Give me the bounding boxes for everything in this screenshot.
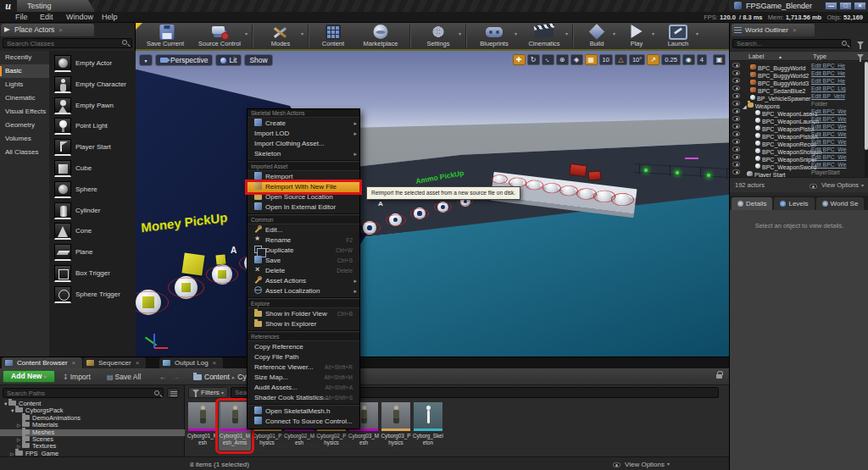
- outliner-row[interactable]: BPC_WeaponShotgunEdit BPC_We: [730, 146, 864, 153]
- money-pickup-sphere[interactable]: [212, 264, 232, 285]
- source-control-button[interactable]: ▾Source Control: [190, 24, 249, 48]
- menu-item-connect-to-source-control[interactable]: Connect To Source Control...: [248, 417, 359, 427]
- column-type[interactable]: Type: [813, 52, 826, 62]
- outliner-row[interactable]: BP_VehicleSpawnerEdit BP_Vehi: [730, 92, 864, 100]
- placeable-cube[interactable]: Cube: [49, 160, 136, 180]
- pickup-sphere[interactable]: [495, 174, 505, 185]
- placeable-sphere-trigger[interactable]: Sphere Trigger: [49, 286, 136, 307]
- placeable-plane[interactable]: Plane: [49, 244, 136, 264]
- menu-item-asset-localization[interactable]: Asset Localization▸: [248, 286, 359, 296]
- rotate-tool-button[interactable]: ↻: [527, 54, 540, 65]
- visibility-eye-icon[interactable]: [732, 86, 740, 91]
- build-button[interactable]: ▾Build: [576, 24, 617, 48]
- visibility-eye-icon[interactable]: [732, 63, 740, 68]
- level-viewport[interactable]: Money PickUp Ammo PickUp A A A ▾ Perspec…: [136, 49, 729, 357]
- category-recently-placed[interactable]: Recently Placed: [0, 51, 49, 64]
- pickup-sphere[interactable]: [563, 185, 575, 196]
- visibility-eye-icon[interactable]: [732, 131, 740, 136]
- camera-speed-value[interactable]: 4: [697, 54, 707, 65]
- placeable-empty-character[interactable]: Empty Character: [49, 76, 136, 97]
- menu-item-save[interactable]: SaveCtrl+S: [248, 256, 359, 266]
- outliner-row-folder[interactable]: ◢WeaponsFolder: [730, 100, 864, 108]
- category-cinematic[interactable]: Cinematic: [0, 91, 49, 105]
- maximize-viewport-button[interactable]: ▣: [713, 54, 726, 65]
- back-button[interactable]: ←: [159, 371, 167, 383]
- asset-tile[interactable]: Cyborg03_Physics: [380, 401, 412, 451]
- search-paths-input[interactable]: [3, 388, 164, 398]
- play-button[interactable]: ▾Play: [617, 24, 656, 48]
- outliner-scrollbar[interactable]: [865, 62, 868, 177]
- menu-file[interactable]: File: [15, 12, 28, 23]
- placeable-cone[interactable]: Cone: [49, 223, 136, 243]
- tab-close-icon[interactable]: ×: [136, 359, 140, 367]
- visibility-eye-icon[interactable]: [732, 139, 740, 144]
- lock-icon[interactable]: [716, 374, 722, 379]
- menu-help[interactable]: Help: [102, 12, 118, 23]
- money-cube[interactable]: [181, 252, 204, 275]
- menu-item-size-map[interactable]: Size Map...Alt+Shift+M: [248, 373, 359, 383]
- menu-item-import-lod[interactable]: Import LOD▸: [248, 129, 359, 139]
- ammo-pickup-sphere[interactable]: [437, 202, 448, 213]
- surface-snap-button[interactable]: ◈: [570, 54, 583, 65]
- tab-output-log[interactable]: Output Log×: [159, 357, 223, 368]
- tree-item-demoanimations[interactable]: DemoAnimations: [0, 415, 185, 422]
- tab-levels[interactable]: Levels: [774, 197, 814, 210]
- menu-item-open-in-external-editor[interactable]: Open In External Editor: [248, 202, 359, 213]
- placeable-player-start[interactable]: Player Start: [49, 139, 136, 159]
- tab-content-browser[interactable]: Content Browser×: [2, 357, 82, 368]
- perspective-button[interactable]: Perspective: [155, 54, 213, 66]
- outliner-row[interactable]: BPC_WeaponLaser1Edit BPC_We: [730, 108, 864, 115]
- outliner-row[interactable]: BPC_WeaponPistolEdit BPC_We: [730, 123, 864, 130]
- outliner-row[interactable]: BPC_WeaponLaunchEdit BPC_We: [730, 115, 864, 123]
- menu-item-edit[interactable]: Edit...: [248, 225, 359, 235]
- placeable-empty-pawn[interactable]: Empty Pawn: [49, 97, 136, 118]
- asset-tile[interactable]: Cyborg_Skeleton: [412, 401, 444, 451]
- visibility-eye-icon[interactable]: [732, 154, 740, 159]
- red-barrel[interactable]: [588, 170, 602, 180]
- pickup-sphere[interactable]: [580, 187, 593, 200]
- sources-list-button[interactable]: [167, 388, 179, 398]
- menu-item-shader-cook-statistics[interactable]: Shader Cook Statistics...Ctrl+Alt+Shift+…: [248, 393, 359, 403]
- menu-item-asset-actions[interactable]: Asset Actions▸: [248, 276, 359, 286]
- outliner-row[interactable]: BPC_BuggyWorldEdit BPC_He: [730, 62, 864, 69]
- placeable-cylinder[interactable]: Cylinder: [49, 202, 136, 223]
- move-tool-button[interactable]: ✚: [513, 54, 526, 65]
- visibility-eye-icon[interactable]: [732, 162, 740, 167]
- menu-item-create[interactable]: Create▸: [248, 119, 359, 129]
- pickup-sphere[interactable]: [615, 192, 630, 207]
- forward-button[interactable]: →: [172, 371, 180, 383]
- outliner-row[interactable]: BPC_BuggyWorld3Edit BPC_He: [730, 77, 864, 85]
- modes-button[interactable]: ▾Modes: [256, 24, 305, 48]
- menu-item-copy-reference[interactable]: Copy Reference: [248, 342, 359, 352]
- level-tab[interactable]: Testing: [17, 0, 95, 12]
- tab-sequencer[interactable]: Sequencer×: [83, 357, 146, 368]
- marketplace-button[interactable]: Marketplace: [354, 24, 407, 48]
- search-classes-input[interactable]: [3, 38, 132, 48]
- save-current-button[interactable]: Save Current: [141, 24, 190, 48]
- category-geometry[interactable]: Geometry: [0, 119, 49, 132]
- menu-item-reference-viewer[interactable]: Reference Viewer...Alt+Shift+R: [248, 362, 359, 373]
- menu-item-reimport[interactable]: Reimport: [248, 172, 359, 182]
- view-options-button[interactable]: View Options▾: [610, 457, 670, 470]
- tab-details[interactable]: Details: [732, 197, 772, 210]
- category-all-classes[interactable]: All Classes: [0, 146, 49, 159]
- menu-item-import-clothing-asset[interactable]: Import Clothing Asset...: [248, 139, 359, 149]
- placeable-point-light[interactable]: Point Light: [49, 118, 136, 138]
- tab-close-icon[interactable]: ×: [793, 26, 797, 34]
- menu-item-audit-assets[interactable]: Audit Assets...Alt+Shift+A: [248, 383, 359, 393]
- tree-item-scenes[interactable]: ▷Scenes: [0, 436, 185, 443]
- money-pickup-sphere[interactable]: [136, 290, 161, 315]
- menu-item-show-in-explorer[interactable]: Show in Explorer: [248, 319, 359, 329]
- menu-edit[interactable]: Edit: [40, 12, 53, 23]
- menu-item-delete[interactable]: DeleteDelete: [248, 266, 359, 276]
- category-volumes[interactable]: Volumes: [0, 132, 49, 146]
- tab-close-icon[interactable]: ×: [58, 26, 63, 34]
- show-button[interactable]: Show: [244, 54, 272, 66]
- save-all-button[interactable]: ▤Save All: [107, 371, 141, 383]
- camera-speed-button[interactable]: ◉: [682, 54, 695, 65]
- outliner-row[interactable]: BPC_WeaponSwordEdit BPC_We: [730, 161, 864, 169]
- visibility-eye-icon[interactable]: [732, 116, 740, 121]
- world-coordinate-button[interactable]: ⊕: [556, 54, 569, 65]
- placeable-sphere[interactable]: Sphere: [49, 181, 136, 202]
- ammo-pickup-sphere[interactable]: [363, 221, 376, 235]
